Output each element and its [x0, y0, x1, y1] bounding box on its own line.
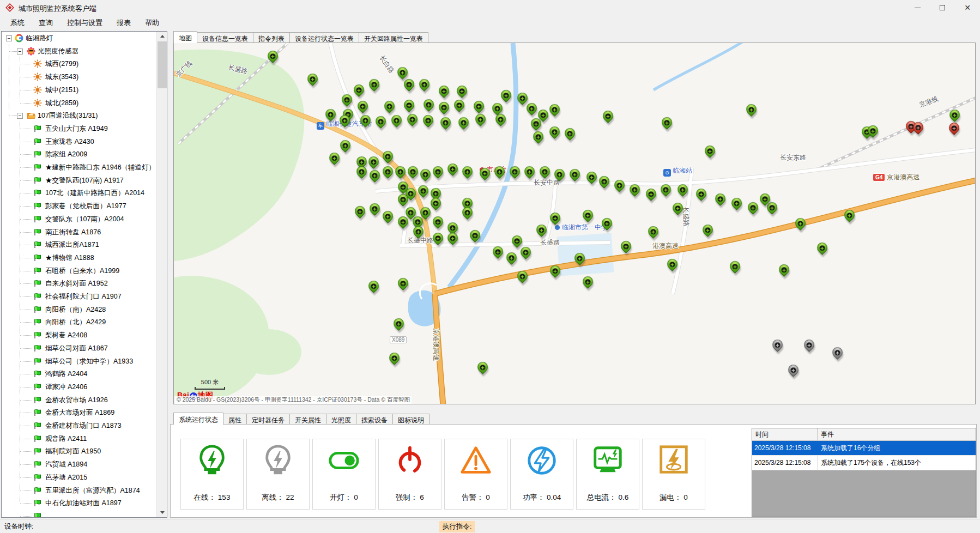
- tree-sensor-item[interactable]: 城西(2799): [2, 58, 156, 69]
- pin-plus-icon: [426, 118, 431, 123]
- tree-sensor-item[interactable]: 城中(2151): [2, 84, 156, 95]
- scrollbar-thumb[interactable]: [158, 41, 167, 88]
- menu-item-2[interactable]: 控制与设置: [60, 16, 110, 30]
- tree-sensor-item[interactable]: 城东(3543): [2, 71, 156, 82]
- status-card-功率: 功率： 0.04: [510, 439, 573, 510]
- tree-device-item[interactable]: ★交警队西(107南) A1917: [2, 175, 156, 186]
- pin-plus-icon: [520, 95, 525, 101]
- tree-item-label: 107国道沿线(31/31): [38, 110, 98, 121]
- menu-item-0[interactable]: 系统: [3, 16, 32, 30]
- tree-device-item[interactable]: 交警队东（107南）A2004: [2, 214, 156, 225]
- tree-device-item[interactable]: 陈家组 A2009: [2, 149, 156, 160]
- pin-plus-icon: [504, 93, 509, 98]
- tree-device-item[interactable]: 五尖山大门东 A1949: [2, 123, 156, 134]
- pin-plus-icon: [495, 106, 500, 111]
- event-row[interactable]: 2025/3/28 12:15:08系统加载了16个分组: [752, 441, 976, 456]
- pin-plus-icon: [520, 274, 525, 279]
- bus-icon: 车: [317, 122, 324, 130]
- bottom-tab-strip: 系统运行状态属性定时器任务开关属性光照度搜索设备图标说明: [173, 413, 429, 425]
- tab-开关属性[interactable]: 开关属性: [289, 414, 326, 425]
- tree-sensor-item[interactable]: 城北(2859): [2, 98, 156, 108]
- tab-地图[interactable]: 地图: [173, 31, 197, 43]
- pin-plus-icon: [461, 120, 467, 125]
- tab-指令列表[interactable]: 指令列表: [253, 32, 290, 43]
- event-row[interactable]: 2025/3/28 12:15:08系统加载了175个设备，在线153个: [752, 456, 976, 470]
- menu-item-3[interactable]: 报表: [110, 16, 138, 30]
- tree-device-item[interactable]: 城西派出所A1871: [2, 239, 156, 250]
- tree-item-label: 金桥大市场对面 A1869: [45, 407, 114, 418]
- tree-device-item[interactable]: 梨树巷 A2408: [2, 330, 156, 341]
- tab-光照度[interactable]: 光照度: [326, 414, 356, 425]
- close-button[interactable]: ✕: [955, 0, 980, 15]
- menu-item-4[interactable]: 帮助: [138, 16, 166, 30]
- minimize-button[interactable]: [905, 0, 930, 15]
- scroll-up-arrow-icon[interactable]: [157, 32, 167, 41]
- tree-device-item[interactable]: ★建新中路路口东 A1946（辅道灯）: [2, 162, 156, 173]
- tree-device-item[interactable]: 社会福利院大门口 A1907: [2, 291, 156, 302]
- pin-plus-icon: [360, 104, 366, 109]
- tree-expander-icon[interactable]: [17, 113, 23, 119]
- tab-搜索设备[interactable]: 搜索设备: [356, 414, 393, 425]
- tree-device-item[interactable]: 金桥建材市场门口 A1873: [2, 420, 156, 431]
- tab-属性[interactable]: 属性: [223, 414, 247, 425]
- tree-device-item[interactable]: 金桥大市场对面 A1869: [2, 407, 156, 418]
- tree-guide: [20, 283, 32, 284]
- pin-plus-icon: [385, 154, 391, 159]
- tab-设备运行状态一览表[interactable]: 设备运行状态一览表: [289, 32, 359, 43]
- tree-item-label: 向阳桥（北）A2429: [45, 317, 106, 328]
- flag-icon: [33, 215, 42, 223]
- tree-guide: [20, 400, 32, 401]
- tree-device-item[interactable]: 王家珑巷 A2430: [2, 136, 156, 147]
- pin-plus-icon: [649, 191, 654, 197]
- tree-device-item[interactable]: 五里派出所（富源汽配）A1874: [2, 485, 156, 496]
- tree-device-item[interactable]: 烟草公司（求知中学）A1933: [2, 356, 156, 367]
- tree-scrollbar[interactable]: [156, 32, 167, 517]
- map-label-X089: X089: [390, 336, 407, 343]
- pin-plus-icon: [495, 249, 501, 255]
- tree-expander-icon[interactable]: [6, 35, 12, 41]
- tree-device-item[interactable]: 鸿鹤路 A2404: [2, 368, 156, 379]
- map-label-港澳高速: 港澳高速: [652, 241, 679, 251]
- pin-plus-icon: [401, 184, 406, 190]
- tree-device-item[interactable]: ★博物馆 A1888: [2, 252, 156, 263]
- tab-图标说明[interactable]: 图标说明: [392, 414, 429, 425]
- tree-device-item[interactable]: 石咀桥（自来水）A1999: [2, 265, 156, 276]
- pin-plus-icon: [450, 235, 456, 241]
- tree-device-item[interactable]: 谭家冲 A2406: [2, 381, 156, 392]
- pin-plus-icon: [407, 82, 412, 87]
- tree-device-item[interactable]: [2, 511, 156, 517]
- tree-item-label: 石咀桥（自来水）A1999: [45, 265, 119, 276]
- tree-expander-icon[interactable]: [17, 49, 23, 54]
- tree-device-item[interactable]: 107北（建新中路路口西）A2014: [2, 187, 156, 198]
- tree-device-item[interactable]: 中石化加油站对面 A1897: [2, 498, 156, 508]
- tab-定时器任务[interactable]: 定时器任务: [246, 414, 290, 425]
- tree-device-item[interactable]: 金桥农贸市场 A1926: [2, 395, 156, 405]
- tab-设备信息一览表[interactable]: 设备信息一览表: [197, 32, 253, 43]
- exec-command-label: 执行指令:: [439, 521, 475, 532]
- tree-device-item[interactable]: 福利院对面 A1950: [2, 446, 156, 457]
- map-viewport[interactable]: 京广线长盛路长白路车临湘长途汽车站市政府⊙临湘站长安中路长安东路长盛中路长盛路长…: [173, 43, 976, 404]
- tree-item-label: 汽贸城 A1894: [45, 459, 87, 470]
- tree-group-sensors[interactable]: 光照度传感器: [2, 46, 156, 57]
- menu-item-1[interactable]: 查询: [32, 16, 60, 30]
- tab-系统运行状态[interactable]: 系统运行状态: [173, 413, 223, 425]
- tree-group-road[interactable]: 107国道沿线(31/31): [2, 110, 156, 121]
- tree-device-item[interactable]: 彭家巷（党校后面）A1977: [2, 201, 156, 211]
- tree-device-item[interactable]: 南正街转盘 A1876: [2, 227, 156, 238]
- maximize-button[interactable]: [930, 0, 955, 15]
- tree-root[interactable]: 临湘路灯: [2, 33, 156, 44]
- tree-device-item[interactable]: 自来水斜对面 A1952: [2, 278, 156, 289]
- tree-device-item[interactable]: 向阳桥（北）A2429: [2, 317, 156, 328]
- tab-开关回路属性一览表[interactable]: 开关回路属性一览表: [359, 32, 428, 43]
- tree-device-item[interactable]: 烟草公司对面 A1867: [2, 343, 156, 354]
- tree-device-item[interactable]: 芭茅塘 A2015: [2, 472, 156, 483]
- tree-device-item[interactable]: 汽贸城 A1894: [2, 459, 156, 470]
- event-text-cell: 系统加载了16个分组: [818, 441, 976, 455]
- tree-guide: [20, 310, 32, 310]
- tree-guide: [20, 64, 32, 64]
- tree-guide: [20, 57, 20, 102]
- tree-device-item[interactable]: 向阳桥（南）A2428: [2, 304, 156, 315]
- scroll-down-arrow-icon[interactable]: [157, 508, 167, 517]
- tree-device-item[interactable]: 观音路 A2411: [2, 433, 156, 444]
- flag-icon: [33, 305, 42, 314]
